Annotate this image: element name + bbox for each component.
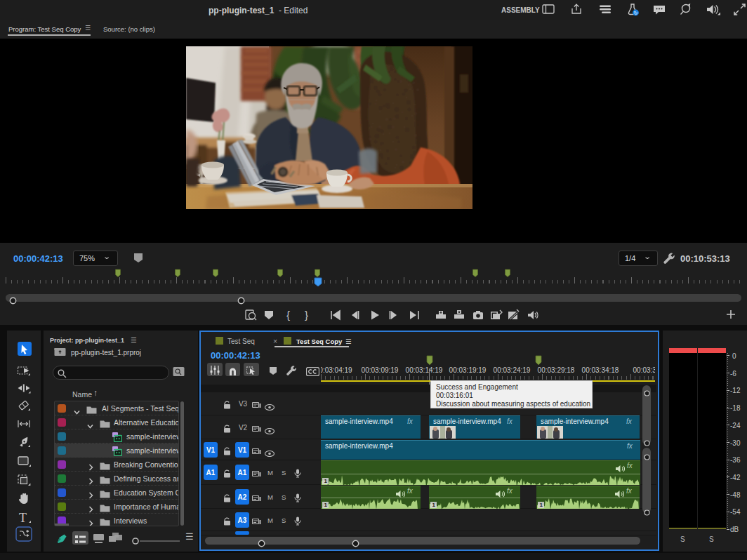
svg-text:↻: ↻ [634, 11, 638, 15]
svg-text:{: { [286, 309, 290, 321]
svg-text:}: } [305, 309, 308, 321]
svg-text:T: T [19, 511, 27, 525]
